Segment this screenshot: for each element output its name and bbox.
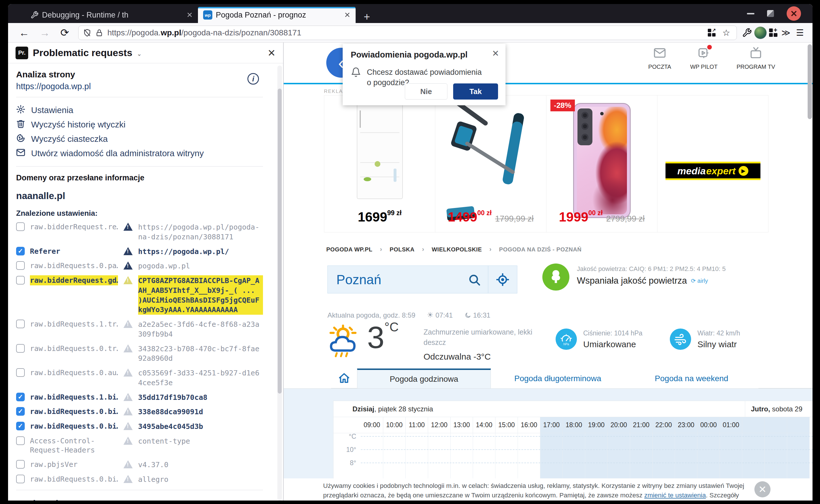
deny-button[interactable]: Nie (405, 83, 447, 100)
breadcrumb-item[interactable]: POGODA WP.PL (326, 246, 372, 253)
wind-widget: Wiatr: 42 km/h Silny wiatr (670, 329, 740, 350)
profile-avatar[interactable] (754, 26, 767, 39)
location-search-box[interactable]: Poznań (327, 266, 517, 293)
container-tabs-icon[interactable]: ↗ (708, 29, 716, 37)
header-action-program-tv[interactable]: PROGRAM TV (737, 47, 775, 70)
action-label: PROGRAM TV (737, 64, 775, 70)
sidebar-menu-message-admin[interactable]: Utwórz wiadomość dla administratora witr… (16, 146, 263, 161)
tab-pogoda-godzinowa[interactable]: Pogoda godzinowa (357, 369, 491, 388)
bookmark-star-icon[interactable]: ☆ (721, 28, 732, 38)
ad-product-phone[interactable]: -28% 199900 zł2799,99 zł (546, 96, 657, 232)
sunset-time: 16:31 (464, 311, 491, 319)
info-icon[interactable]: i (247, 73, 259, 85)
current-weather-icon (327, 324, 365, 359)
search-input[interactable]: Poznań (328, 272, 468, 287)
breadcrumb-item[interactable]: POLSKA (390, 246, 414, 253)
ad-mediaexpert[interactable]: mediaexpert▶ (657, 96, 768, 232)
extensions-icon[interactable]: + (769, 28, 777, 37)
breadcrumb-item[interactable]: WIELKOPOLSKIE (432, 246, 482, 253)
setting-checkbox[interactable] (16, 436, 25, 445)
ad-product-fridge[interactable]: 169999 zł (324, 96, 435, 232)
setting-row: raw.bidRequests.0.tr…34382c23-b708-470c-… (16, 343, 263, 364)
setting-checkbox[interactable] (16, 261, 25, 270)
panel-close-icon[interactable]: ✕ (268, 47, 276, 59)
ad-banner[interactable]: 169999 zł 149900 zł1799,99 zł -28% (324, 95, 768, 232)
url-bar[interactable]: https://pogoda.wp.pl/pogoda-na-dzis/pozn… (78, 26, 737, 40)
geolocation-icon[interactable] (496, 273, 509, 286)
reload-button[interactable]: ⟳ (56, 27, 73, 39)
setting-key: raw.bidRequests.0.tr… (30, 343, 118, 354)
gridline (361, 449, 813, 450)
setting-checkbox[interactable]: ✓ (16, 422, 25, 430)
breadcrumb: POGODA WP.PL›POLSKA›WIELKOPOLSKIE›POGODA… (326, 246, 581, 253)
forward-button[interactable]: → (36, 27, 54, 39)
search-icon[interactable] (468, 273, 480, 286)
back-button[interactable]: ← (15, 27, 33, 39)
gear-icon (16, 105, 25, 116)
tab-pogoda-długoterminowa[interactable]: Pogoda długoterminowa (491, 369, 625, 388)
setting-checkbox[interactable] (16, 460, 25, 469)
dialog-close-icon[interactable]: ✕ (492, 48, 499, 58)
current-weather-label: Aktualna pogoda, godz. 8:59 (327, 311, 415, 319)
overflow-chevrons-icon[interactable]: ≫ (780, 28, 792, 38)
warning-icon (123, 460, 133, 468)
setting-key: raw.bidRequests.0.pa… (30, 261, 118, 271)
page-scrollbar-thumb[interactable] (808, 44, 812, 119)
old-price: 2799,99 zł (606, 214, 645, 223)
setting-checkbox[interactable]: ✓ (16, 393, 25, 401)
sidebar-scrollbar-thumb[interactable] (278, 89, 282, 394)
tab-pogoda-na-weekend[interactable]: Pogoda na weekend (625, 369, 758, 388)
setting-checkbox[interactable] (16, 368, 25, 377)
extension-wrench-icon[interactable] (742, 28, 752, 38)
allow-button[interactable]: Tak (453, 83, 498, 100)
setting-checkbox[interactable] (16, 344, 25, 353)
analysis-heading: Analiza strony (16, 70, 263, 79)
tab-debugging[interactable]: Debugging - Runtime / th ✕ (25, 7, 198, 23)
sidebar-menu-clear-cookies[interactable]: Wyczyść ciasteczka (16, 132, 263, 146)
forecast-today-label: Dzisiaj, piątek 28 stycznia (333, 405, 433, 413)
shield-off-icon[interactable] (83, 29, 91, 37)
setting-checkbox[interactable]: ✓ (16, 247, 25, 255)
chevron-down-icon[interactable]: ⌄ (137, 50, 142, 57)
panel-body: Analiza strony https://pogoda.wp.pl i Us… (8, 63, 283, 501)
sidebar-menu-ustawienia[interactable]: Ustawienia (16, 103, 263, 117)
url-text[interactable]: https://pogoda.wp.pl/pogoda-na-dzis/pozn… (107, 28, 704, 37)
lock-icon[interactable] (95, 29, 103, 37)
close-window-button[interactable]: ✕ (787, 6, 801, 21)
hour-label: 15:00 (495, 417, 518, 433)
hour-label: 12:00 (428, 417, 451, 433)
setting-value: https://pogoda.wp.pl/pogoda-na-dzis/pozn… (138, 222, 263, 242)
new-tab-button[interactable]: + (364, 11, 370, 23)
cookie-close-button[interactable]: ✕ (754, 481, 771, 497)
cookie-settings-link[interactable]: zmienić te ustawienia (644, 492, 706, 499)
breadcrumb-item[interactable]: POGODA NA DZIŚ - POZNAŃ (499, 246, 582, 253)
sidebar-scrollbar[interactable] (277, 66, 282, 501)
ad-product-vacuum[interactable]: 149900 zł1799,99 zł (435, 96, 546, 232)
browser-toolbar: ← → ⟳ https://pogoda.wp.pl/pogoda-na-dzi… (8, 23, 813, 43)
analyzed-page-url[interactable]: https://pogoda.wp.pl (16, 82, 263, 91)
maximize-button[interactable] (767, 10, 774, 17)
minimize-button[interactable] (747, 13, 754, 14)
air-quality-widget[interactable]: Jakość powietrza: CAIQ: 6 PM1: 2 PM2.5: … (542, 264, 726, 291)
setting-checkbox[interactable] (16, 320, 25, 328)
setting-row: ✓raw.bidRequests.1.bi…35dd17df19b70ca8 (16, 392, 263, 402)
domain-name: pushpushgo.com (16, 498, 263, 501)
setting-checkbox[interactable] (16, 475, 25, 483)
hamburger-menu-icon[interactable]: ☰ (794, 28, 806, 38)
warning-icon (123, 320, 133, 328)
tab-home[interactable] (331, 369, 357, 388)
wind-value: Silny wiatr (697, 339, 740, 349)
tab-close-icon[interactable]: ✕ (344, 11, 350, 20)
tab-close-icon[interactable]: ✕ (186, 11, 193, 20)
discount-badge: -28% (550, 100, 575, 111)
phone-image (573, 103, 631, 218)
warning-icon (123, 223, 133, 231)
hour-label: 19:00 (585, 417, 608, 433)
setting-checkbox[interactable] (16, 222, 25, 231)
sidebar-menu-clear-history[interactable]: Wyczyść historię wtyczki (16, 117, 263, 132)
tab-pogoda[interactable]: wp Pogoda Poznań - prognoz ✕ (198, 7, 356, 23)
setting-checkbox[interactable]: ✓ (16, 407, 25, 416)
header-action-poczta[interactable]: POCZTA (648, 47, 671, 70)
setting-checkbox[interactable] (16, 276, 25, 285)
header-action-wp-pilot[interactable]: WP PILOT (690, 47, 718, 70)
